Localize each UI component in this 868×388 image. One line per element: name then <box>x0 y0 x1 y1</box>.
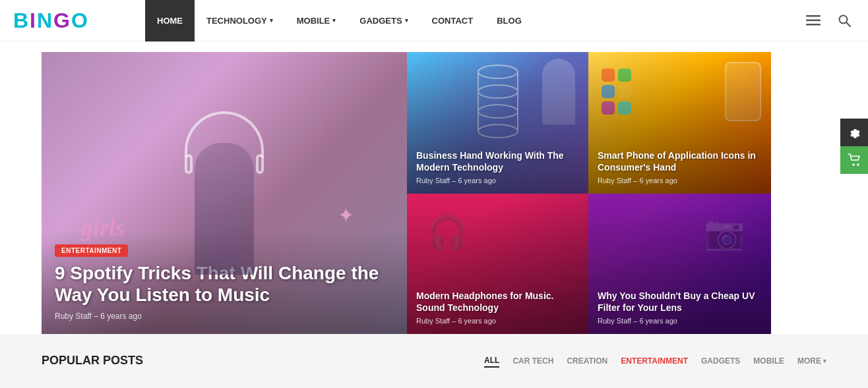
svg-rect-0 <box>806 15 821 17</box>
logo-letter-b: B <box>13 9 30 32</box>
card-meta-bl: Ruby Staff – 6 years ago <box>416 317 579 325</box>
chevron-down-icon: ▾ <box>405 17 408 24</box>
popular-tabs: ALL CAR TECH CREATION ENTERTAINMENT GADG… <box>484 354 826 368</box>
card-title-tr: Smart Phone of Application Icons in Cons… <box>598 150 762 173</box>
hero-grid: ✦ girls ENTERTAINMENT 9 Spotify Tricks T… <box>42 52 826 334</box>
chevron-down-icon: ▾ <box>270 17 273 24</box>
popular-posts-section: POPULAR POSTS ALL CAR TECH CREATION ENTE… <box>0 334 868 381</box>
card-meta-br: Ruby Staff – 6 years ago <box>598 317 762 325</box>
logo-letter-g: G <box>53 9 71 32</box>
nav-item-mobile[interactable]: MOBILE ▾ <box>285 0 348 42</box>
gear-settings-button[interactable] <box>840 119 868 146</box>
hero-card-top-left[interactable]: Business Hand Working With The Modern Te… <box>407 52 588 194</box>
card-meta-tl: Ruby Staff – 6 years ago <box>416 177 579 184</box>
tab-creation[interactable]: CREATION <box>567 355 607 367</box>
cart-button[interactable] <box>840 146 868 174</box>
card-overlay-bl: Modern Headphones for Music. Sound Techn… <box>407 194 588 334</box>
nav-item-contact[interactable]: CONTACT <box>420 0 485 42</box>
logo-letter-i: I <box>30 9 37 32</box>
tab-more[interactable]: MORE ▾ <box>797 356 826 366</box>
hero-card-top-right[interactable]: Smart Phone of Application Icons in Cons… <box>588 52 771 194</box>
chevron-down-icon: ▾ <box>332 17 336 24</box>
svg-rect-2 <box>806 24 821 26</box>
card-overlay-br: Why You Shouldn't Buy a Cheap UV Filter … <box>588 194 771 334</box>
card-title-bl: Modern Headphones for Music. Sound Techn… <box>416 290 579 314</box>
tab-entertainment[interactable]: ENTERTAINMENT <box>621 355 688 367</box>
svg-rect-1 <box>806 20 821 22</box>
logo-letter-n: N <box>37 9 53 32</box>
popular-posts-header: POPULAR POSTS ALL CAR TECH CREATION ENTE… <box>42 354 826 368</box>
tab-gadgets[interactable]: GADGETS <box>701 355 740 367</box>
hero-main-meta: Ruby Staff – 6 years ago <box>55 312 394 321</box>
tab-all[interactable]: ALL <box>484 354 499 368</box>
card-overlay-tr: Smart Phone of Application Icons in Cons… <box>588 52 771 194</box>
nav-item-home[interactable]: HOME <box>145 0 195 42</box>
menu-icon[interactable] <box>803 10 824 31</box>
nav-item-technology[interactable]: TECHNOLOGY ▾ <box>195 0 285 42</box>
header-actions <box>803 10 855 31</box>
card-meta-tr: Ruby Staff – 6 years ago <box>598 177 762 184</box>
header: BINGO HOME TECHNOLOGY ▾ MOBILE ▾ GADGETS… <box>0 0 868 42</box>
hero-main-card[interactable]: ✦ girls ENTERTAINMENT 9 Spotify Tricks T… <box>42 52 407 334</box>
logo[interactable]: BINGO <box>13 9 125 33</box>
card-title-br: Why You Shouldn't Buy a Cheap UV Filter … <box>598 290 762 314</box>
search-icon[interactable] <box>834 10 855 31</box>
entertainment-badge: ENTERTAINMENT <box>55 244 128 257</box>
logo-letter-o: O <box>71 9 89 32</box>
card-overlay-tl: Business Hand Working With The Modern Te… <box>407 52 588 194</box>
nav-item-blog[interactable]: BLOG <box>485 0 534 42</box>
nav-item-gadgets[interactable]: GADGETS ▾ <box>348 0 419 42</box>
main-nav: HOME TECHNOLOGY ▾ MOBILE ▾ GADGETS ▾ CON… <box>145 0 803 42</box>
tab-car-tech[interactable]: CAR TECH <box>512 355 553 367</box>
hero-card-bottom-right[interactable]: 📷 Why You Shouldn't Buy a Cheap UV Filte… <box>588 194 771 334</box>
svg-line-4 <box>846 22 850 26</box>
card-title-tl: Business Hand Working With The Modern Te… <box>416 150 579 173</box>
chevron-down-icon: ▾ <box>823 358 826 364</box>
popular-posts-title: POPULAR POSTS <box>42 354 143 368</box>
tab-mobile[interactable]: MOBILE <box>753 355 784 367</box>
hero-card-bottom-left[interactable]: 🎧 Modern Headphones for Music. Sound Tec… <box>407 194 588 334</box>
side-panel <box>840 119 868 174</box>
